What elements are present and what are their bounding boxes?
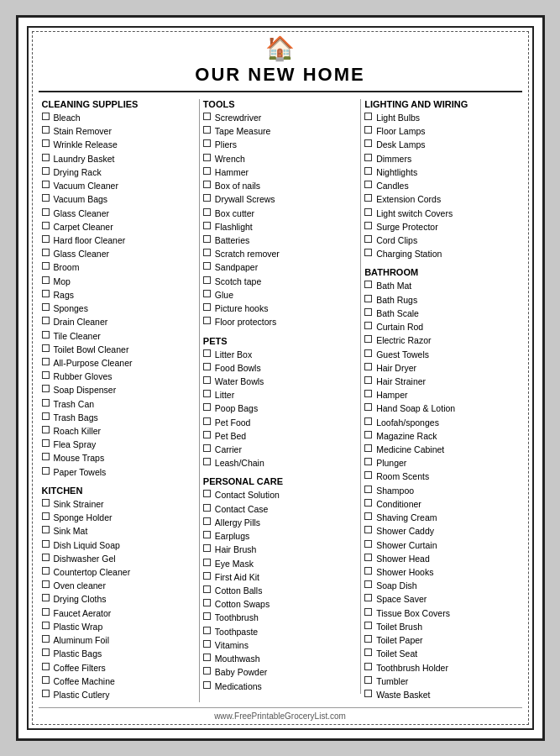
checkbox[interactable] (42, 594, 50, 601)
checkbox[interactable] (203, 612, 211, 620)
checkbox[interactable] (42, 567, 50, 575)
checkbox[interactable] (364, 458, 372, 465)
checkbox[interactable] (364, 126, 372, 134)
checkbox[interactable] (42, 358, 50, 365)
checkbox[interactable] (42, 676, 50, 684)
checkbox[interactable] (42, 635, 50, 643)
checkbox[interactable] (203, 303, 211, 311)
checkbox[interactable] (364, 349, 372, 357)
checkbox[interactable] (203, 167, 211, 175)
checkbox[interactable] (42, 113, 50, 120)
checkbox[interactable] (42, 554, 50, 561)
checkbox[interactable] (364, 526, 372, 533)
checkbox[interactable] (203, 627, 211, 634)
checkbox[interactable] (364, 690, 372, 697)
checkbox[interactable] (203, 572, 211, 580)
checkbox[interactable] (203, 444, 211, 452)
checkbox[interactable] (42, 249, 50, 256)
checkbox[interactable] (203, 431, 211, 438)
checkbox[interactable] (42, 622, 50, 629)
checkbox[interactable] (364, 622, 372, 629)
checkbox[interactable] (42, 399, 50, 407)
checkbox[interactable] (203, 667, 211, 675)
checkbox[interactable] (203, 517, 211, 525)
checkbox[interactable] (364, 154, 372, 161)
checkbox[interactable] (203, 417, 211, 425)
checkbox[interactable] (203, 249, 211, 256)
checkbox[interactable] (364, 512, 372, 520)
checkbox[interactable] (364, 499, 372, 507)
checkbox[interactable] (42, 608, 50, 616)
checkbox[interactable] (203, 681, 211, 689)
checkbox[interactable] (42, 385, 50, 392)
checkbox[interactable] (42, 303, 50, 311)
checkbox[interactable] (203, 208, 211, 216)
checkbox[interactable] (203, 390, 211, 397)
checkbox[interactable] (42, 526, 50, 533)
checkbox[interactable] (42, 222, 50, 229)
checkbox[interactable] (203, 640, 211, 648)
checkbox[interactable] (42, 467, 50, 475)
checkbox[interactable] (203, 363, 211, 370)
checkbox[interactable] (42, 317, 50, 324)
checkbox[interactable] (42, 181, 50, 188)
checkbox[interactable] (364, 363, 372, 370)
checkbox[interactable] (42, 371, 50, 379)
checkbox[interactable] (203, 262, 211, 270)
checkbox[interactable] (203, 559, 211, 566)
checkbox[interactable] (364, 486, 372, 493)
checkbox[interactable] (364, 594, 372, 601)
checkbox[interactable] (203, 194, 211, 202)
checkbox[interactable] (42, 235, 50, 243)
checkbox[interactable] (364, 308, 372, 316)
checkbox[interactable] (42, 139, 50, 147)
checkbox[interactable] (364, 113, 372, 120)
checkbox[interactable] (364, 635, 372, 643)
checkbox[interactable] (42, 580, 50, 588)
checkbox[interactable] (364, 431, 372, 438)
checkbox[interactable] (42, 194, 50, 202)
checkbox[interactable] (42, 453, 50, 460)
checkbox[interactable] (364, 335, 372, 343)
checkbox[interactable] (364, 194, 372, 202)
checkbox[interactable] (364, 663, 372, 670)
checkbox[interactable] (364, 648, 372, 656)
checkbox[interactable] (364, 322, 372, 329)
checkbox[interactable] (42, 344, 50, 352)
checkbox[interactable] (42, 499, 50, 507)
checkbox[interactable] (42, 331, 50, 339)
checkbox[interactable] (364, 444, 372, 452)
checkbox[interactable] (364, 222, 372, 229)
checkbox[interactable] (364, 249, 372, 256)
checkbox[interactable] (364, 208, 372, 216)
checkbox[interactable] (364, 390, 372, 397)
checkbox[interactable] (42, 262, 50, 270)
checkbox[interactable] (203, 585, 211, 593)
checkbox[interactable] (203, 544, 211, 552)
checkbox[interactable] (42, 412, 50, 420)
checkbox[interactable] (203, 181, 211, 188)
checkbox[interactable] (203, 376, 211, 384)
checkbox[interactable] (364, 181, 372, 188)
checkbox[interactable] (42, 426, 50, 433)
checkbox[interactable] (42, 648, 50, 656)
checkbox[interactable] (203, 654, 211, 661)
checkbox[interactable] (203, 126, 211, 134)
checkbox[interactable] (203, 222, 211, 229)
checkbox[interactable] (364, 540, 372, 548)
checkbox[interactable] (364, 235, 372, 243)
checkbox[interactable] (364, 608, 372, 616)
checkbox[interactable] (364, 580, 372, 588)
checkbox[interactable] (364, 281, 372, 288)
checkbox[interactable] (203, 490, 211, 497)
checkbox[interactable] (203, 290, 211, 297)
checkbox[interactable] (203, 504, 211, 512)
checkbox[interactable] (203, 235, 211, 243)
checkbox[interactable] (364, 676, 372, 684)
checkbox[interactable] (364, 376, 372, 384)
checkbox[interactable] (364, 471, 372, 479)
checkbox[interactable] (42, 540, 50, 548)
checkbox[interactable] (42, 439, 50, 447)
checkbox[interactable] (364, 554, 372, 561)
checkbox[interactable] (42, 512, 50, 520)
